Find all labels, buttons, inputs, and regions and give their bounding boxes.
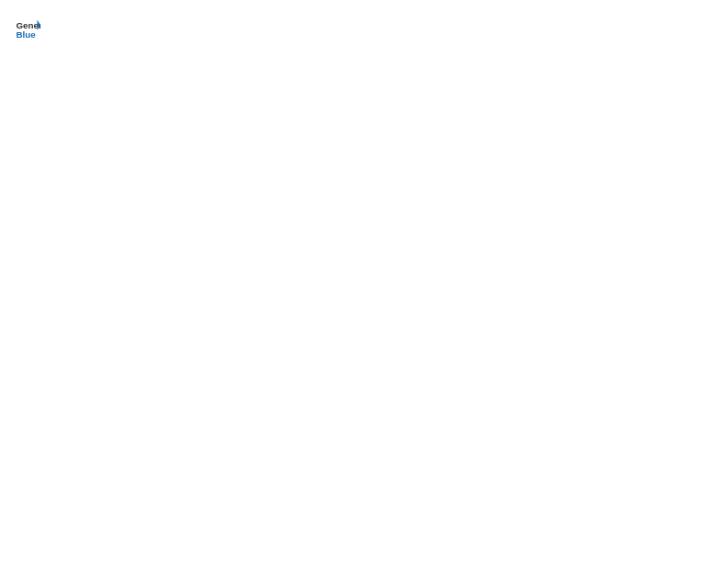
logo: General Blue: [15, 15, 40, 40]
svg-text:Blue: Blue: [16, 29, 36, 40]
main-container: General Blue: [0, 0, 728, 55]
logo-icon: General Blue: [15, 15, 40, 40]
header: General Blue: [15, 15, 713, 40]
